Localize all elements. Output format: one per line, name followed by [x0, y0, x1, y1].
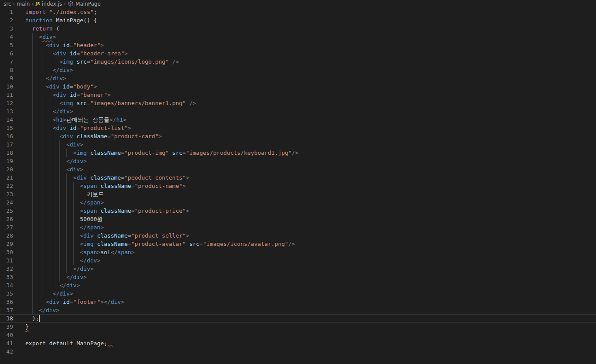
line-number[interactable]: 38	[0, 314, 13, 323]
breadcrumb-item-index-js[interactable]: JSindex.js	[35, 1, 62, 7]
code-line[interactable]: 13 </div>	[0, 107, 596, 116]
code-line[interactable]: 17 <div>	[0, 140, 596, 149]
code-line[interactable]: 4 <div>	[0, 33, 596, 41]
line-number[interactable]: 35	[0, 289, 13, 298]
code-line[interactable]: 18 <img className="product-img" src="ima…	[0, 149, 596, 157]
line-number[interactable]: 34	[0, 281, 13, 289]
line-number[interactable]: 39	[0, 323, 13, 331]
line-number[interactable]: 30	[0, 248, 13, 256]
breadcrumb-item-src[interactable]: src	[3, 1, 11, 7]
code-line[interactable]: 23 키보드	[0, 190, 596, 198]
line-number[interactable]: 7	[0, 58, 13, 66]
code-line[interactable]: 16 <div className="product-card">	[0, 132, 596, 140]
line-number[interactable]: 42	[0, 347, 13, 356]
code-token: "product-avatar"	[131, 241, 186, 247]
code-line[interactable]: 1import "./index.css";	[0, 8, 596, 16]
code-line[interactable]: 15 <div id="product-list">	[0, 124, 596, 132]
code-line[interactable]: 19 </div>	[0, 157, 596, 165]
line-number[interactable]: 3	[0, 24, 13, 33]
line-number[interactable]: 23	[0, 190, 13, 198]
line-number[interactable]: 36	[0, 298, 13, 306]
code-line[interactable]: 20 <div>	[0, 165, 596, 173]
code-line[interactable]: 26 50000원	[0, 215, 596, 223]
code-token: </	[80, 224, 87, 231]
code-line[interactable]: 2function MainPage() {	[0, 16, 596, 24]
line-number[interactable]: 28	[0, 231, 13, 240]
code-line[interactable]: 41export default MainPage;	[0, 339, 596, 347]
code-line[interactable]: 29 <img className="product-avatar" src="…	[0, 240, 596, 248]
line-number[interactable]: 13	[0, 107, 13, 116]
line-number[interactable]: 6	[0, 49, 13, 58]
line-number[interactable]: 21	[0, 173, 13, 182]
editor[interactable]: 1import "./index.css";2function MainPage…	[0, 8, 596, 356]
line-number[interactable]: 17	[0, 140, 13, 149]
line-number[interactable]: 22	[0, 182, 13, 190]
code-line[interactable]: 8 </div>	[0, 66, 596, 74]
code-line[interactable]: 21 <div className="peoduct-contents">	[0, 173, 596, 182]
line-number[interactable]: 20	[0, 165, 13, 173]
code-line[interactable]: 27 </span>	[0, 223, 596, 231]
code-line[interactable]: 37 </div>	[0, 306, 596, 314]
code-line[interactable]: 40	[0, 331, 596, 339]
line-number[interactable]: 29	[0, 240, 13, 248]
code-text: <div className="product-card">	[25, 132, 162, 140]
code-token: className	[100, 183, 131, 189]
code-token: img	[63, 100, 73, 106]
line-number[interactable]: 24	[0, 198, 13, 207]
code-line[interactable]: 30 <span>sol</span>	[0, 248, 596, 256]
line-number[interactable]: 10	[0, 82, 13, 91]
code-line[interactable]: 12 <img src="images/banners/banner1.png"…	[0, 99, 596, 107]
line-number[interactable]: 9	[0, 74, 13, 82]
line-number[interactable]: 12	[0, 99, 13, 107]
line-number[interactable]: 33	[0, 273, 13, 281]
line-number[interactable]: 18	[0, 149, 13, 157]
line-number[interactable]: 1	[0, 8, 13, 16]
breadcrumb-item-main[interactable]: main	[17, 1, 30, 7]
line-number[interactable]: 11	[0, 91, 13, 99]
code-line[interactable]: 36 <div id="footer"></div>	[0, 298, 596, 306]
line-number[interactable]: 19	[0, 157, 13, 165]
line-number[interactable]: 31	[0, 256, 13, 265]
code-line[interactable]: 25 <span className="product-price">	[0, 207, 596, 215]
code-line[interactable]: 34 </div>	[0, 281, 596, 289]
code-line[interactable]: 31 </div>	[0, 256, 596, 265]
code-line[interactable]: 5 <div id="header">	[0, 41, 596, 49]
line-number[interactable]: 26	[0, 215, 13, 223]
code-line[interactable]: 33 </div>	[0, 273, 596, 281]
code-line[interactable]: 3 return (	[0, 24, 596, 33]
code-line[interactable]: 7 <img src="images/icons/logo.png" />	[0, 58, 596, 66]
code-token: >	[100, 224, 104, 231]
code-text: <span>sol</span>	[25, 248, 134, 256]
code-line[interactable]: 38 );	[0, 314, 596, 323]
line-number[interactable]: 32	[0, 265, 13, 273]
breadcrumb-item-mainpage[interactable]: MainPage	[68, 1, 101, 7]
code-line[interactable]: 35 </div>	[0, 289, 596, 298]
line-number[interactable]: 4	[0, 33, 13, 41]
line-number[interactable]: 16	[0, 132, 13, 140]
code-token: >	[100, 42, 104, 48]
code-token: MainPage() {	[53, 17, 97, 24]
code-line[interactable]: 42	[0, 347, 596, 356]
line-number[interactable]: 37	[0, 306, 13, 314]
line-number[interactable]: 25	[0, 207, 13, 215]
line-number[interactable]: 41	[0, 339, 13, 347]
code-text: </div>	[25, 256, 100, 265]
code-text: <div id="banner">	[25, 91, 111, 99]
code-line[interactable]: 39}	[0, 323, 596, 331]
code-line[interactable]: 10 <div id="body">	[0, 82, 596, 91]
code-line[interactable]: 22 <span className="product-name">	[0, 182, 596, 190]
line-number[interactable]: 14	[0, 116, 13, 124]
line-number[interactable]: 40	[0, 331, 13, 339]
code-line[interactable]: 32 </div>	[0, 265, 596, 273]
line-number[interactable]: 15	[0, 124, 13, 132]
line-number[interactable]: 8	[0, 66, 13, 74]
code-line[interactable]: 28 <div className="product-seller">	[0, 231, 596, 240]
line-number[interactable]: 2	[0, 16, 13, 24]
code-line[interactable]: 14 <h1>판매되는 상품들</h1>	[0, 116, 596, 124]
code-line[interactable]: 9 </div>	[0, 74, 596, 82]
line-number[interactable]: 5	[0, 41, 13, 49]
code-line[interactable]: 11 <div id="banner">	[0, 91, 596, 99]
code-line[interactable]: 6 <div id="header-area">	[0, 49, 596, 58]
line-number[interactable]: 27	[0, 223, 13, 231]
code-line[interactable]: 24 </span>	[0, 198, 596, 207]
